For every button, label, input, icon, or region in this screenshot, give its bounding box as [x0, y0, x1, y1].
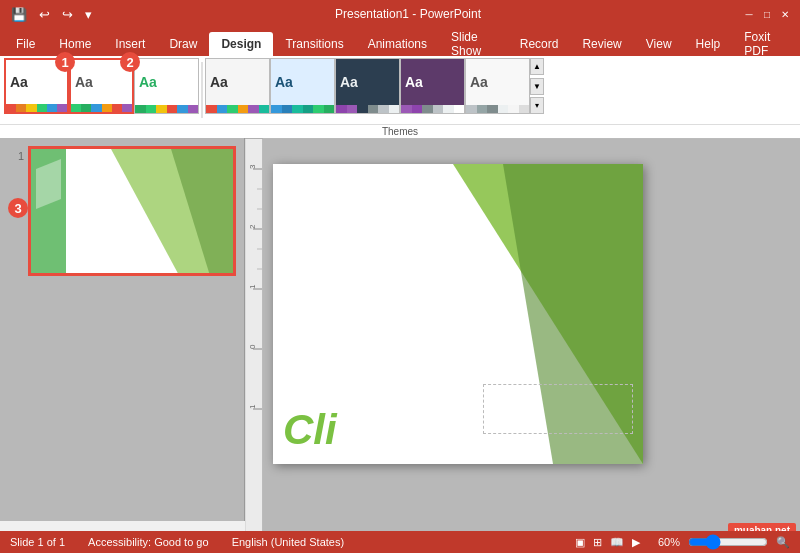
- status-left: Slide 1 of 1 Accessibility: Good to go E…: [10, 536, 344, 548]
- undo-icon[interactable]: ↩: [36, 5, 53, 24]
- ribbon-wrapper: 1 Aa 2 Aa: [0, 56, 800, 138]
- slide-thumb-svg: [31, 149, 236, 276]
- badge-1: 1: [55, 52, 75, 72]
- tab-slideshow[interactable]: Slide Show: [439, 32, 508, 56]
- close-button[interactable]: ✕: [778, 7, 792, 21]
- ribbon-tabs: File Home Insert Draw Design Transitions…: [0, 28, 800, 56]
- theme-office-label: Aa: [10, 74, 28, 90]
- theme-dark-label: Aa: [340, 74, 358, 90]
- theme-pattern[interactable]: Aa: [205, 58, 270, 114]
- statusbar: Slide 1 of 1 Accessibility: Good to go E…: [0, 531, 800, 553]
- tab-animations[interactable]: Animations: [356, 32, 439, 56]
- tab-foxitpdf[interactable]: Foxit PDF: [732, 32, 796, 56]
- slide-thumb-container: 1: [8, 146, 236, 276]
- theme-blue-label: Aa: [275, 74, 293, 90]
- theme-light-label: Aa: [470, 74, 488, 90]
- svg-text:1: 1: [248, 284, 257, 289]
- theme-purple-label: Aa: [405, 74, 423, 90]
- theme-blue-bar: [271, 105, 334, 113]
- theme-dark[interactable]: Aa: [335, 58, 400, 114]
- canvas-area: 6 5 4 3 2: [245, 138, 800, 521]
- slide-info: Slide 1 of 1: [10, 536, 65, 548]
- themes-label: Themes: [0, 124, 800, 138]
- theme-scroll[interactable]: ▲ ▼ ▾: [530, 58, 544, 114]
- zoom-slider[interactable]: [688, 535, 768, 549]
- tab-view[interactable]: View: [634, 32, 684, 56]
- theme-pattern-bar: [206, 105, 269, 113]
- window-title: Presentation1 - PowerPoint: [8, 7, 800, 21]
- tab-design[interactable]: Design: [209, 32, 273, 56]
- svg-text:1: 1: [248, 404, 257, 409]
- clic-text: Cli: [283, 406, 337, 454]
- ribbon-area: 1 Aa 2 Aa: [0, 56, 800, 124]
- window-controls: ─ □ ✕: [742, 7, 792, 21]
- quick-access-icon[interactable]: ▾: [82, 5, 95, 24]
- zoom-level: 60%: [658, 536, 680, 548]
- slide-number: 1: [8, 150, 24, 162]
- view-reading-icon[interactable]: 📖: [610, 536, 624, 549]
- titlebar-left: 💾 ↩ ↪ ▾: [8, 5, 95, 24]
- theme-scroll-more[interactable]: ▾: [530, 97, 544, 114]
- accessibility: Accessibility: Good to go: [88, 536, 208, 548]
- slide-panel: 1: [0, 138, 245, 521]
- view-slideshow-icon[interactable]: ▶: [632, 536, 640, 549]
- language: English (United States): [232, 536, 345, 548]
- theme-green[interactable]: Aa: [134, 58, 199, 114]
- ribbon-divider-1: [201, 62, 203, 118]
- theme-purple[interactable]: Aa: [400, 58, 465, 114]
- tab-record[interactable]: Record: [508, 32, 571, 56]
- theme-light-bar: [466, 105, 529, 113]
- theme-2-bar: [71, 104, 132, 112]
- svg-text:2: 2: [248, 224, 257, 229]
- tab-home[interactable]: Home: [47, 32, 103, 56]
- badge-2: 2: [120, 52, 140, 72]
- tab-help[interactable]: Help: [684, 32, 733, 56]
- slide-thumb-inner: [31, 149, 233, 273]
- theme-2-label: Aa: [75, 74, 93, 90]
- theme-scroll-up[interactable]: ▲: [530, 58, 544, 75]
- save-icon[interactable]: 💾: [8, 5, 30, 24]
- minimize-button[interactable]: ─: [742, 7, 756, 21]
- theme-green-label: Aa: [139, 74, 157, 90]
- tab-review[interactable]: Review: [570, 32, 633, 56]
- view-normal-icon[interactable]: ▣: [575, 536, 585, 549]
- svg-text:3: 3: [248, 164, 257, 169]
- theme-office-bar: [6, 104, 67, 112]
- canvas-content: 3 2 1 0 1: [245, 139, 800, 542]
- workspace: 1: [0, 138, 800, 521]
- theme-light[interactable]: Aa: [465, 58, 530, 114]
- status-right: ▣ ⊞ 📖 ▶ 60% 🔍: [575, 535, 790, 549]
- slide-workspace: Cli muaban.net: [263, 139, 800, 542]
- slide-text-placeholder[interactable]: [483, 384, 633, 434]
- main-slide[interactable]: Cli: [273, 164, 643, 464]
- tab-draw[interactable]: Draw: [157, 32, 209, 56]
- titlebar: 💾 ↩ ↪ ▾ Presentation1 - PowerPoint ─ □ ✕: [0, 0, 800, 28]
- badge-3: 3: [8, 198, 28, 218]
- tab-file[interactable]: File: [4, 32, 47, 56]
- tab-transitions[interactable]: Transitions: [273, 32, 355, 56]
- ruler-v-svg: 3 2 1 0 1: [245, 139, 263, 539]
- theme-scroll-down[interactable]: ▼: [530, 78, 544, 95]
- theme-dark-bar: [336, 105, 399, 113]
- redo-icon[interactable]: ↪: [59, 5, 76, 24]
- theme-blue[interactable]: Aa: [270, 58, 335, 114]
- view-slide-sorter-icon[interactable]: ⊞: [593, 536, 602, 549]
- maximize-button[interactable]: □: [760, 7, 774, 21]
- zoom-in-icon[interactable]: 🔍: [776, 536, 790, 549]
- svg-text:0: 0: [248, 344, 257, 349]
- theme-green-bar: [135, 105, 198, 113]
- theme-pattern-label: Aa: [210, 74, 228, 90]
- theme-purple-bar: [401, 105, 464, 113]
- ruler-vertical: 3 2 1 0 1: [245, 139, 263, 542]
- slide-thumbnail-1[interactable]: [28, 146, 236, 276]
